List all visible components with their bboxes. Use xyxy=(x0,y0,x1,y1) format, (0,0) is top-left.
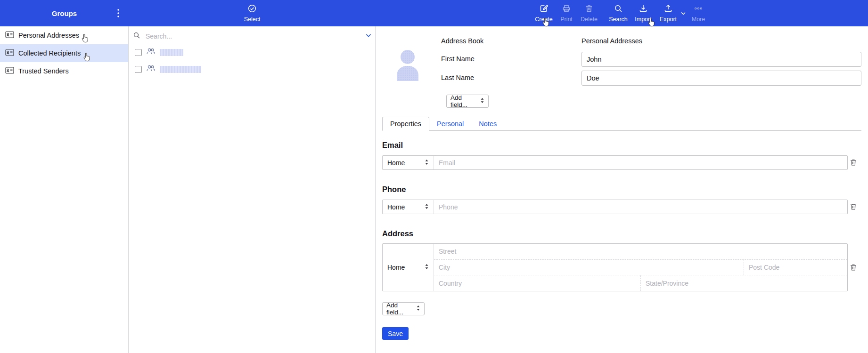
ellipsis-icon xyxy=(694,4,703,15)
add-field-label: Add field... xyxy=(386,302,416,316)
contact-row[interactable] xyxy=(129,61,375,78)
print-button-label: Print xyxy=(560,16,573,23)
tab-notes[interactable]: Notes xyxy=(471,117,504,130)
toolbar-actions: Create Print Delete Search xyxy=(533,0,709,26)
avatar xyxy=(394,47,421,81)
updown-arrows-icon xyxy=(425,203,429,211)
email-input[interactable] xyxy=(434,156,847,169)
sidebar-item-personal-addresses[interactable]: Personal Addresses xyxy=(0,26,128,44)
tab-label: Properties xyxy=(390,120,421,128)
contact-edit-panel: Address Book Personal Addresses First Na… xyxy=(376,26,868,353)
delete-button-label: Delete xyxy=(581,16,598,23)
phone-type-value: Home xyxy=(387,203,405,211)
address-type-select[interactable]: Home xyxy=(383,244,434,291)
create-button-label: Create xyxy=(535,16,553,23)
search-input[interactable] xyxy=(145,32,360,40)
export-button-label: Export xyxy=(660,16,677,23)
address-section-heading: Address xyxy=(382,229,413,238)
add-field-dropdown[interactable]: Add field... xyxy=(446,95,489,108)
address-book-window: Groups Select Create Print xyxy=(0,0,868,353)
more-button[interactable]: More xyxy=(688,4,709,23)
contacts-icon xyxy=(146,48,156,56)
email-type-value: Home xyxy=(387,159,405,167)
contact-row[interactable] xyxy=(129,44,375,61)
select-button[interactable]: Select xyxy=(236,0,269,26)
email-section-heading: Email xyxy=(382,141,403,150)
country-input[interactable] xyxy=(434,275,640,291)
phone-type-select[interactable]: Home xyxy=(383,200,434,214)
address-book-label: Address Book xyxy=(441,37,483,45)
address-book-value[interactable]: Personal Addresses xyxy=(581,37,642,45)
sidebar-item-label: Trusted Senders xyxy=(18,67,69,75)
state-province-input[interactable] xyxy=(641,275,847,291)
tab-personal[interactable]: Personal xyxy=(429,117,471,130)
street-input[interactable] xyxy=(434,244,847,259)
email-type-select[interactable]: Home xyxy=(383,156,434,169)
phone-input[interactable] xyxy=(434,200,847,214)
address-book-icon xyxy=(5,67,14,75)
add-field-label: Add field... xyxy=(450,94,480,108)
export-button[interactable]: Export xyxy=(658,4,679,23)
email-field-row: Home xyxy=(382,155,848,170)
first-name-field[interactable] xyxy=(581,52,861,67)
trash-icon xyxy=(584,4,594,15)
updown-arrows-icon xyxy=(425,159,429,167)
checkbox[interactable] xyxy=(135,49,142,56)
save-button[interactable]: Save xyxy=(382,327,409,340)
tab-label: Personal xyxy=(437,120,464,128)
select-button-label: Select xyxy=(244,16,261,23)
last-name-field[interactable] xyxy=(581,71,861,86)
export-chevron-icon[interactable] xyxy=(680,10,687,16)
sidebar-item-trusted-senders[interactable]: Trusted Senders xyxy=(0,62,128,80)
last-name-label: Last Name xyxy=(441,74,474,81)
chevron-down-icon[interactable] xyxy=(365,32,372,41)
circle-check-icon xyxy=(247,4,257,15)
compose-icon xyxy=(539,4,549,15)
search-icon xyxy=(614,4,623,15)
sidebar-item-label: Collected Recipients xyxy=(18,49,81,57)
tab-label: Notes xyxy=(479,120,497,128)
post-code-input[interactable] xyxy=(744,260,847,275)
more-button-label: More xyxy=(692,16,705,23)
add-field-dropdown[interactable]: Add field... xyxy=(382,302,425,315)
kebab-menu-icon[interactable] xyxy=(117,0,120,26)
sidebar-item-collected-recipients[interactable]: Collected Recipients xyxy=(0,44,128,62)
city-input[interactable] xyxy=(434,260,744,275)
main-toolbar: Groups Select Create Print xyxy=(0,0,868,26)
import-button[interactable]: Import xyxy=(633,4,654,23)
first-name-label: First Name xyxy=(441,55,475,63)
import-icon xyxy=(639,4,648,15)
address-book-icon xyxy=(5,31,14,40)
contacts-icon xyxy=(146,65,156,73)
updown-arrows-icon xyxy=(416,305,420,313)
address-field-group: Home xyxy=(382,243,848,291)
delete-button[interactable]: Delete xyxy=(579,4,599,23)
import-button-label: Import xyxy=(635,16,651,23)
redacted-contact-name xyxy=(160,49,183,56)
sidebar: Personal Addresses Collected Recipients … xyxy=(0,26,129,353)
print-button[interactable]: Print xyxy=(556,4,577,23)
detail-tabs: Properties Personal Notes xyxy=(382,117,861,131)
checkbox[interactable] xyxy=(135,66,142,73)
updown-arrows-icon xyxy=(425,264,429,271)
delete-address-row-icon[interactable] xyxy=(849,263,858,272)
search-button[interactable]: Search xyxy=(608,4,629,23)
phone-field-row: Home xyxy=(382,200,848,214)
search-icon xyxy=(133,32,140,41)
create-button[interactable]: Create xyxy=(533,4,554,23)
redacted-contact-name xyxy=(160,66,201,73)
print-icon xyxy=(562,4,571,15)
search-bar xyxy=(133,29,372,44)
export-icon xyxy=(663,4,673,15)
address-book-icon xyxy=(5,49,14,57)
address-type-value: Home xyxy=(387,264,405,271)
tab-properties[interactable]: Properties xyxy=(382,117,429,131)
groups-header: Groups xyxy=(0,0,129,26)
contact-list-pane xyxy=(129,26,376,353)
delete-email-row-icon[interactable] xyxy=(849,158,858,167)
phone-section-heading: Phone xyxy=(382,185,406,194)
delete-phone-row-icon[interactable] xyxy=(849,202,858,211)
updown-arrows-icon xyxy=(480,97,484,105)
search-button-label: Search xyxy=(609,16,628,23)
sidebar-item-label: Personal Addresses xyxy=(18,32,79,39)
